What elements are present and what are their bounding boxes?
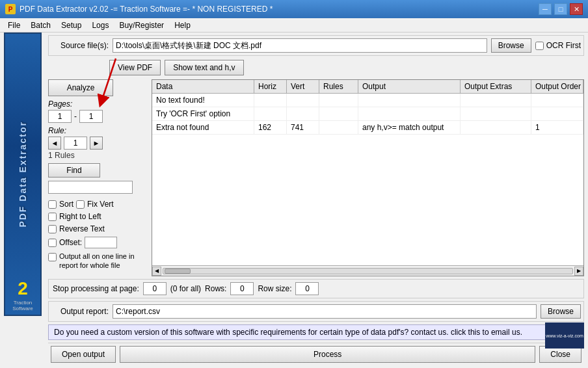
menu-batch[interactable]: Batch <box>25 20 56 31</box>
titlebar: P PDF Data Extractor v2.02 -= Traction S… <box>0 0 588 18</box>
titlebar-left: P PDF Data Extractor v2.02 -= Traction S… <box>5 4 273 14</box>
cell-output <box>358 94 461 107</box>
cell-output <box>358 107 461 120</box>
table-row[interactable]: Try 'OCR First' option <box>152 107 583 121</box>
cell-horiz: 162 <box>254 121 287 134</box>
rows-label: Rows: <box>205 284 226 293</box>
ocr-first-checkbox[interactable] <box>535 42 544 50</box>
source-input[interactable] <box>113 38 487 53</box>
stop-page-input[interactable] <box>143 282 167 295</box>
analyze-button[interactable]: Analyze <box>48 79 113 96</box>
cell-data: Extra not found <box>152 121 254 134</box>
cell-vert: 741 <box>287 121 319 134</box>
sidebar-text: PDF Data Extractor <box>18 121 28 228</box>
app-wrapper: P PDF Data Extractor v2.02 -= Traction S… <box>0 0 588 368</box>
view-row: View PDF Show text and h,v <box>48 59 584 77</box>
cell-rules <box>319 94 358 107</box>
reverse-text-checkbox[interactable] <box>48 225 57 233</box>
stop-page-label: Stop processing at page: <box>53 284 139 293</box>
rule-prev-button[interactable]: ◄ <box>48 137 61 150</box>
fix-vert-label: Fix Vert <box>87 200 114 209</box>
menu-file[interactable]: File <box>3 20 25 31</box>
source-browse-button[interactable]: Browse <box>491 38 531 53</box>
cell-vert <box>287 94 319 107</box>
header-extras: Output Extras <box>461 80 531 93</box>
cell-data: No text found! <box>152 94 254 107</box>
rule-label: Rule: <box>48 126 149 135</box>
rule-controls: ◄ ► <box>48 137 149 150</box>
menu-help[interactable]: Help <box>169 20 196 31</box>
cell-order <box>531 107 583 120</box>
titlebar-controls: ─ □ ✕ <box>539 3 583 15</box>
find-input[interactable] <box>48 181 133 194</box>
cell-vert <box>287 107 319 120</box>
ocr-first-label: OCR First <box>546 41 581 50</box>
sort-label: Sort <box>59 200 74 209</box>
source-label: Source file(s): <box>51 41 109 50</box>
menu-buy-register[interactable]: Buy/Register <box>114 20 169 31</box>
menu-setup[interactable]: Setup <box>56 20 87 31</box>
offset-checkbox[interactable] <box>48 239 57 247</box>
page-to-input[interactable] <box>79 110 103 123</box>
sort-checkbox[interactable] <box>48 200 57 209</box>
ocr-first-wrap: OCR First <box>535 41 581 50</box>
table-header: Data Horiz Vert Rules Output Output Extr… <box>152 80 583 94</box>
table-body: No text found! Try 'OCR First' option <box>152 94 583 265</box>
offset-input[interactable] <box>85 237 117 248</box>
cell-rules <box>319 107 358 120</box>
rows-input[interactable] <box>230 282 254 295</box>
rule-section: Rule: ◄ ► 1 Rules <box>48 126 149 160</box>
horizontal-scrollbar[interactable] <box>163 268 573 274</box>
minimize-button[interactable]: ─ <box>539 3 552 15</box>
output-browse-button[interactable]: Browse <box>541 304 581 319</box>
rule-next-button[interactable]: ► <box>90 137 103 150</box>
open-output-button[interactable]: Open output <box>51 346 116 363</box>
data-table-panel: Data Horiz Vert Rules Output Output Extr… <box>152 79 584 276</box>
cell-extras <box>461 94 531 107</box>
sidebar-version: 2 <box>18 278 28 299</box>
show-text-button[interactable]: Show text and h,v <box>165 60 243 75</box>
menu-logs[interactable]: Logs <box>87 20 114 31</box>
hscroll-thumb <box>165 269 191 274</box>
scroll-left-button[interactable]: ◀ <box>152 267 161 276</box>
sidebar-brand-name: TractionSoftware <box>12 300 33 312</box>
header-horiz: Horiz <box>254 80 287 93</box>
scroll-right-button[interactable]: ▶ <box>574 267 583 276</box>
close-window-button[interactable]: ✕ <box>570 3 583 15</box>
view-pdf-button[interactable]: View PDF <box>109 60 161 75</box>
pages-section: Pages: - <box>48 99 149 123</box>
page-from-input[interactable] <box>48 110 72 123</box>
reverse-text-row: Reverse Text <box>48 224 149 233</box>
watermark: www.viz-a-viz.com <box>545 322 584 348</box>
cell-output: any h,v>= match output <box>358 121 461 134</box>
process-button[interactable]: Process <box>120 346 535 363</box>
find-button[interactable]: Find <box>48 163 100 177</box>
table-row[interactable]: No text found! <box>152 94 583 107</box>
output-row: Output report: Browse <box>48 301 584 322</box>
right-to-left-checkbox[interactable] <box>48 213 57 221</box>
output-all-row: Output all on one line in report for who… <box>48 252 149 270</box>
main-content: Source file(s): Browse OCR First View PD… <box>46 33 588 368</box>
cell-extras <box>461 121 531 134</box>
header-output: Output <box>358 80 461 93</box>
row-size-input[interactable] <box>295 282 319 295</box>
output-label: Output report: <box>51 307 109 316</box>
info-text[interactable]: Do you need a custom version of this sof… <box>54 328 522 337</box>
right-to-left-label: Right to Left <box>59 212 101 221</box>
fix-vert-checkbox[interactable] <box>76 200 85 209</box>
header-data: Data <box>152 80 254 93</box>
cell-horiz <box>254 107 287 120</box>
pages-controls: - <box>48 110 149 123</box>
output-all-checkbox[interactable] <box>48 253 57 261</box>
rule-input[interactable] <box>64 137 87 150</box>
offset-row: Offset: <box>48 237 149 248</box>
sidebar-brand: PDF Data Extractor 2 TractionSoftware <box>4 33 42 316</box>
output-input[interactable] <box>113 304 537 319</box>
table-row[interactable]: Extra not found 162 741 any h,v>= match … <box>152 121 583 135</box>
info-row: Do you need a custom version of this sof… <box>48 324 584 340</box>
header-order: Output Order <box>531 80 583 93</box>
cell-extras <box>461 107 531 120</box>
reverse-text-label: Reverse Text <box>59 224 105 233</box>
maximize-button[interactable]: □ <box>554 3 567 15</box>
row-size-label: Row size: <box>258 284 291 293</box>
